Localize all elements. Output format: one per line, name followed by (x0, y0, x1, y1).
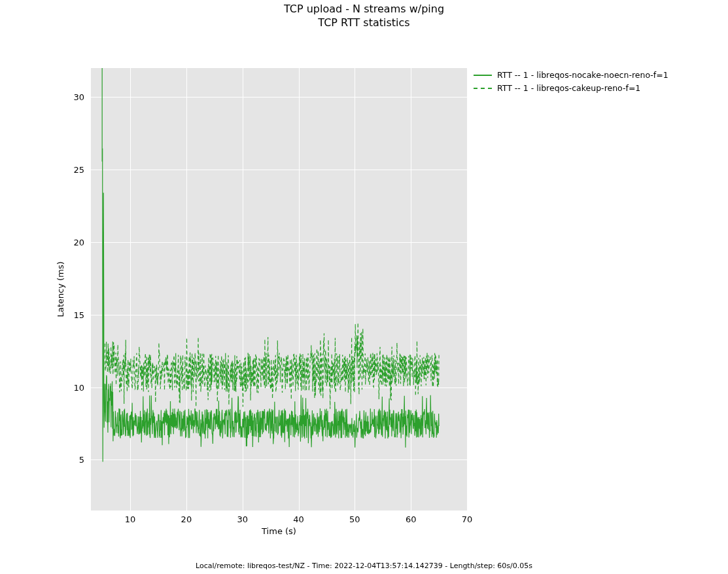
series-svg (91, 68, 467, 511)
legend-line (474, 75, 492, 76)
x-tick-label: 50 (349, 514, 360, 524)
plot-area (91, 68, 467, 511)
x-tick-label: 30 (237, 514, 248, 524)
y-tick-label: 5 (79, 455, 84, 465)
y-tick-label: 30 (73, 92, 84, 102)
x-tick-label: 60 (406, 514, 417, 524)
footer-text: Local/remote: libreqos-test/NZ - Time: 2… (0, 562, 728, 570)
y-tick-label: 10 (73, 382, 84, 392)
series-line-0 (102, 68, 439, 462)
y-tick-label: 20 (73, 237, 84, 247)
chart-title-line2: TCP RTT statistics (0, 16, 728, 29)
x-axis-label: Time (s) (91, 526, 467, 536)
x-tick-label: 40 (293, 514, 304, 524)
y-tick-label: 25 (73, 165, 84, 175)
series-line-1 (105, 323, 439, 409)
legend-line (474, 88, 492, 89)
legend-label: RTT -- 1 - libreqos-cakeup-reno-f=1 (497, 83, 640, 93)
chart-title-block: TCP upload - N streams w/ping TCP RTT st… (0, 3, 728, 29)
legend-label: RTT -- 1 - libreqos-nocake-noecn-reno-f=… (497, 70, 668, 80)
legend-swatch (474, 84, 492, 92)
legend-swatch (474, 71, 492, 79)
y-tick-label: 15 (73, 310, 84, 319)
legend-item: RTT -- 1 - libreqos-nocake-noecn-reno-f=… (474, 68, 668, 81)
legend-item: RTT -- 1 - libreqos-cakeup-reno-f=1 (474, 81, 668, 94)
chart-title-line1: TCP upload - N streams w/ping (0, 3, 728, 15)
x-tick-label: 20 (181, 514, 192, 524)
legend: RTT -- 1 - libreqos-nocake-noecn-reno-f=… (474, 68, 668, 94)
y-axis-label-wrap: Latency (ms) (60, 289, 116, 299)
chart-figure: TCP upload - N streams w/ping TCP RTT st… (0, 0, 728, 574)
y-axis-label: Latency (ms) (56, 261, 65, 317)
x-tick-label: 70 (462, 514, 473, 524)
x-tick-label: 10 (125, 514, 136, 524)
